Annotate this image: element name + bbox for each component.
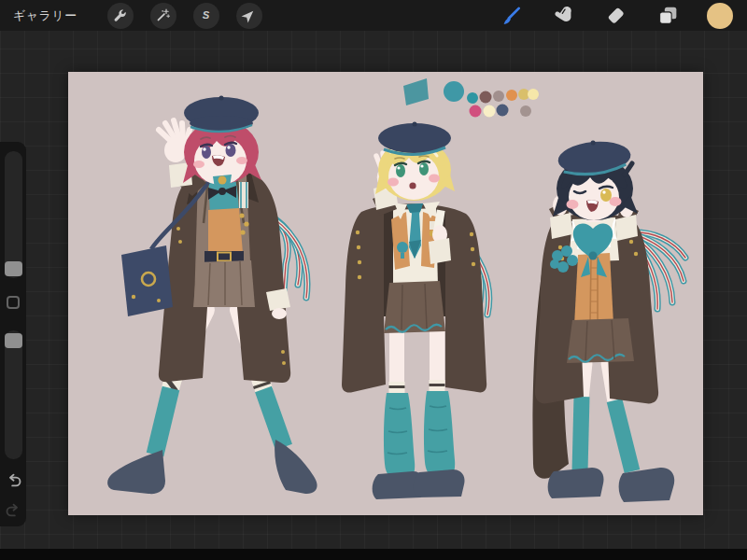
character-illustration-3: [532, 137, 685, 502]
brush-size-slider[interactable]: [5, 151, 22, 278]
opacity-slider[interactable]: [5, 330, 22, 459]
selection-button[interactable]: S: [193, 3, 219, 29]
transform-button[interactable]: [236, 3, 262, 29]
brush-size-handle[interactable]: [5, 261, 22, 276]
toolbar-left-group: ギャラリー S: [0, 3, 262, 29]
color-swatch-button[interactable]: [706, 2, 734, 30]
gallery-button[interactable]: ギャラリー: [0, 7, 91, 24]
painted-palette-swatches: [403, 78, 539, 118]
layers-button[interactable]: [654, 2, 682, 30]
modify-button[interactable]: [7, 296, 20, 309]
procreate-window: ギャラリー S: [0, 0, 747, 560]
artwork-illustration: [68, 72, 703, 515]
wrench-icon: [112, 7, 128, 23]
paint-tool-button[interactable]: [497, 2, 525, 30]
eraser-icon: [604, 4, 627, 27]
erase-tool-button[interactable]: [601, 2, 629, 30]
drawing-canvas[interactable]: [68, 72, 703, 515]
magic-wand-icon: [155, 7, 171, 23]
adjustments-button[interactable]: [150, 3, 176, 29]
undo-icon: [4, 472, 23, 492]
smudge-finger-icon: [552, 4, 575, 27]
selection-s-icon: S: [198, 7, 214, 23]
undo-button[interactable]: [4, 472, 23, 495]
transform-arrow-icon: [241, 7, 257, 23]
brush-sidebar: [0, 142, 26, 526]
opacity-handle[interactable]: [5, 333, 22, 348]
current-color-icon: [706, 2, 734, 30]
brush-icon: [499, 4, 523, 28]
character-illustration-2: [342, 122, 489, 500]
redo-icon: [4, 502, 23, 522]
top-toolbar: ギャラリー S: [0, 0, 747, 31]
character-illustration-1: [107, 96, 317, 495]
bottom-home-bar: [0, 549, 747, 560]
toolbar-right-group: [472, 2, 734, 30]
svg-text:S: S: [203, 9, 210, 21]
redo-button[interactable]: [4, 502, 23, 525]
actions-button[interactable]: [107, 3, 134, 29]
layers-icon: [656, 4, 680, 27]
smudge-tool-button[interactable]: [549, 2, 577, 30]
